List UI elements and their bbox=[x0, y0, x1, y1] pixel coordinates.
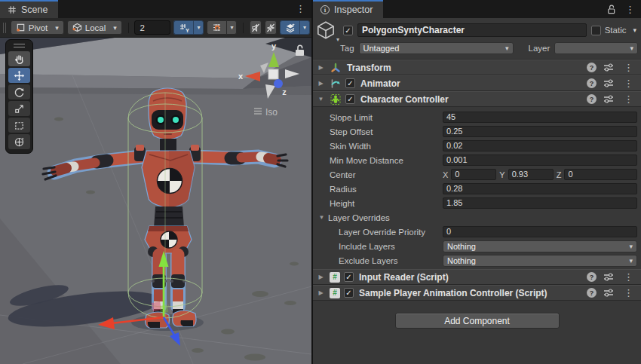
center-y-field[interactable]: 0.93 bbox=[508, 169, 554, 180]
scene-view-options-toggle[interactable] bbox=[280, 20, 299, 35]
component-header-animator[interactable]: ▶ ✓ Animator ? ⋮ bbox=[313, 75, 641, 91]
layer-override-priority-field[interactable]: 0 bbox=[443, 226, 637, 237]
character-controller-presets-icon[interactable] bbox=[603, 94, 614, 104]
center-y-label: Y bbox=[499, 170, 505, 179]
exclude-layers-dropdown[interactable]: Nothing ▾ bbox=[443, 255, 637, 267]
add-component-button[interactable]: Add Component bbox=[395, 313, 560, 329]
layer-dropdown[interactable]: ▾ bbox=[554, 42, 638, 54]
spac-foldout-icon[interactable]: ▶ bbox=[316, 289, 326, 296]
local-toggle-button[interactable]: Local ▾ bbox=[67, 20, 122, 35]
increment-snap-dropdown[interactable]: ▾ bbox=[226, 20, 237, 35]
tab-inspector[interactable]: i Inspector bbox=[313, 0, 383, 18]
rotate-tool[interactable] bbox=[8, 84, 30, 99]
skin-width-label: Skin Width bbox=[313, 142, 443, 151]
component-header-transform[interactable]: ▶ Transform ? ⋮ bbox=[313, 60, 641, 75]
include-layers-label: Include Layers bbox=[313, 242, 443, 251]
input-reader-title: Input Reader (Script) bbox=[359, 272, 449, 283]
static-label: Static bbox=[605, 26, 627, 35]
input-reader-foldout-icon[interactable]: ▶ bbox=[316, 274, 326, 280]
component-header-character-controller[interactable]: ▼ ✓ Character Controller ? ⋮ bbox=[313, 91, 641, 107]
scene-grid-icon bbox=[8, 5, 17, 14]
gameobject-icon-dropdown: ▾ bbox=[336, 36, 339, 43]
transform-help-icon[interactable]: ? bbox=[587, 63, 597, 72]
toolbar-separator bbox=[128, 23, 129, 33]
scene-toolbar: Pivot ▾ Local ▾ Y bbox=[0, 18, 311, 38]
tab-scene[interactable]: Scene bbox=[0, 0, 58, 18]
radius-field[interactable]: 0.28 bbox=[443, 183, 637, 194]
animator-menu-icon[interactable]: ⋮ bbox=[621, 78, 636, 88]
step-offset-field[interactable]: 0.25 bbox=[443, 126, 637, 137]
rotate-icon bbox=[14, 87, 25, 98]
height-label: Height bbox=[313, 199, 443, 208]
view-hand-tool[interactable] bbox=[8, 51, 30, 66]
character-controller-help-icon[interactable]: ? bbox=[587, 94, 597, 104]
transform-presets-icon[interactable] bbox=[603, 63, 614, 72]
spac-enabled-checkbox[interactable]: ✓ bbox=[344, 288, 354, 298]
grid-snap-toggle[interactable]: Y bbox=[173, 20, 193, 35]
character-controller-enabled-checkbox[interactable]: ✓ bbox=[345, 94, 355, 104]
scene-tabbar: Scene ⋮ bbox=[0, 0, 311, 18]
inspector-menu-icon[interactable]: ⋮ bbox=[622, 5, 638, 14]
gameobject-name-input[interactable] bbox=[357, 23, 587, 37]
slope-limit-field[interactable]: 45 bbox=[443, 112, 637, 123]
input-reader-help-icon[interactable]: ? bbox=[587, 272, 597, 282]
character-controller-menu-icon[interactable]: ⋮ bbox=[621, 94, 636, 104]
radius-label: Radius bbox=[313, 185, 443, 194]
grid-snap-dropdown[interactable]: ▾ bbox=[193, 20, 204, 35]
animator-presets-icon[interactable] bbox=[603, 78, 614, 88]
rect-tool[interactable] bbox=[8, 118, 30, 133]
move-tool[interactable] bbox=[8, 68, 30, 83]
snap-increment-input[interactable] bbox=[134, 20, 170, 35]
tool-palette-drag-handle[interactable] bbox=[14, 44, 25, 47]
skin-width-field[interactable]: 0.02 bbox=[443, 140, 637, 151]
input-reader-enabled-checkbox[interactable]: ✓ bbox=[344, 272, 354, 282]
input-reader-menu-icon[interactable]: ⋮ bbox=[621, 272, 636, 282]
transform-foldout-icon[interactable]: ▶ bbox=[316, 64, 326, 71]
static-checkbox[interactable]: ✓ bbox=[591, 26, 601, 35]
gizmo-z-handle[interactable] bbox=[274, 79, 283, 88]
transform-menu-icon[interactable]: ⋮ bbox=[621, 63, 636, 72]
component-header-sample-player-animation-controller[interactable]: ▶ # ✓ Sample Player Animation Controller… bbox=[313, 285, 641, 301]
scene-audio-toggle[interactable] bbox=[250, 20, 262, 35]
lock-icon[interactable] bbox=[606, 4, 616, 14]
transform-tool[interactable] bbox=[8, 134, 30, 149]
character-controller-foldout-icon[interactable]: ▼ bbox=[316, 96, 326, 102]
scene-view-options-dropdown[interactable]: ▾ bbox=[299, 20, 310, 35]
info-icon: i bbox=[320, 5, 330, 14]
gameobject-active-checkbox[interactable]: ✓ bbox=[343, 26, 353, 35]
pivot-toggle-button[interactable]: Pivot ▾ bbox=[11, 20, 64, 35]
scene-viewport[interactable]: y x z Iso bbox=[0, 38, 311, 364]
layer-dropdown-icon: ▾ bbox=[627, 44, 633, 52]
increment-snap-toggle[interactable] bbox=[207, 20, 226, 35]
include-layers-dropdown[interactable]: Nothing ▾ bbox=[443, 240, 637, 252]
component-header-input-reader[interactable]: ▶ # ✓ Input Reader (Script) ? ⋮ bbox=[313, 269, 641, 285]
local-dropdown-icon: ▾ bbox=[110, 24, 117, 32]
pivot-icon bbox=[16, 23, 26, 32]
spac-help-icon[interactable]: ? bbox=[587, 288, 597, 298]
animator-foldout-icon[interactable]: ▶ bbox=[316, 80, 326, 87]
center-z-label: Z bbox=[557, 170, 562, 179]
tag-dropdown[interactable]: Untagged ▾ bbox=[359, 42, 514, 54]
static-dropdown-icon[interactable]: ▾ bbox=[630, 26, 636, 34]
projection-mode-text: Iso bbox=[265, 107, 278, 118]
center-z-field[interactable]: 0 bbox=[564, 169, 637, 180]
min-move-distance-field[interactable]: 0.001 bbox=[443, 154, 637, 166]
height-field[interactable]: 1.85 bbox=[443, 197, 637, 209]
spac-presets-icon[interactable] bbox=[603, 288, 614, 298]
scene-panel-menu-icon[interactable]: ⋮ bbox=[293, 4, 308, 14]
pivot-label: Pivot bbox=[29, 23, 48, 32]
gameobject-icon-button[interactable]: ▾ bbox=[316, 20, 339, 40]
animator-help-icon[interactable]: ? bbox=[587, 78, 597, 88]
toolbar-separator bbox=[243, 23, 244, 33]
animator-enabled-checkbox[interactable]: ✓ bbox=[345, 78, 355, 88]
scale-tool[interactable] bbox=[8, 101, 30, 116]
toolbar-drag-handle[interactable] bbox=[3, 23, 6, 33]
scene-effects-toggle[interactable] bbox=[265, 20, 277, 35]
center-x-field[interactable]: 0 bbox=[451, 169, 496, 180]
tag-value: Untagged bbox=[363, 44, 400, 53]
spac-menu-icon[interactable]: ⋮ bbox=[621, 288, 636, 298]
animator-title: Animator bbox=[360, 78, 400, 89]
property-row: Radius 0.28 bbox=[313, 182, 641, 196]
layer-overrides-foldout[interactable]: ▼ Layer Overrides bbox=[313, 210, 641, 225]
input-reader-presets-icon[interactable] bbox=[603, 272, 614, 282]
